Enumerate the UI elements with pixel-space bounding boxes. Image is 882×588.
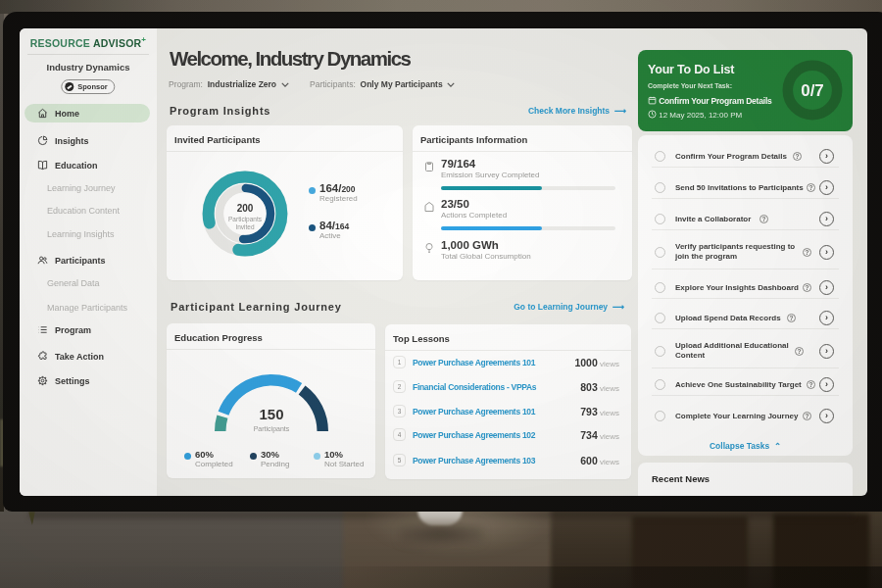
svg-text:Invited: Invited — [235, 223, 255, 230]
svg-text:0/7: 0/7 — [801, 81, 824, 100]
svg-text:Participants: Participants — [254, 425, 290, 433]
svg-text:200: 200 — [237, 203, 254, 214]
svg-text:Participants: Participants — [228, 216, 263, 223]
svg-text:150: 150 — [259, 406, 283, 422]
